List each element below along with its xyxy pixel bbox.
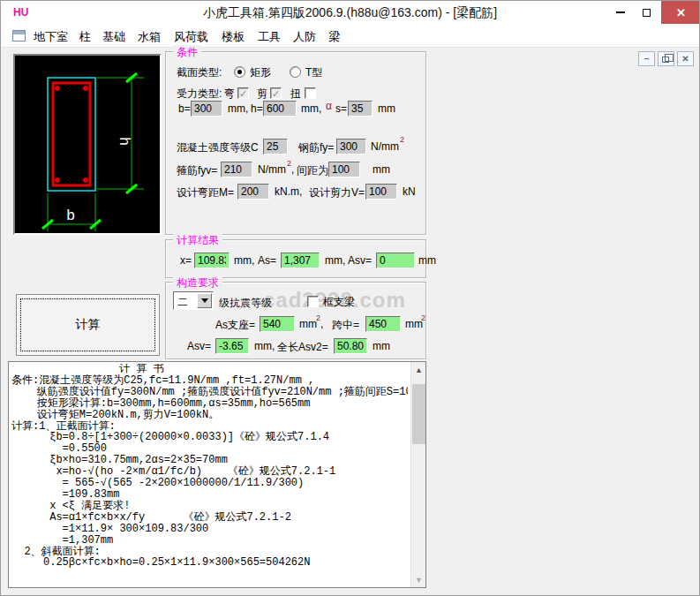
as-result[interactable]: [281, 253, 320, 268]
mdi-close-button[interactable]: ✕: [677, 51, 694, 66]
close-icon: ✕: [676, 7, 686, 19]
as-support-comma: ,: [320, 318, 323, 330]
torsion-checkbox[interactable]: [305, 87, 316, 99]
bend-label: 弯: [224, 87, 235, 102]
stirrup-fyv-label: 箍筋fyv=: [177, 163, 217, 178]
midspan-result[interactable]: [365, 316, 401, 332]
dropdown-arrow-icon[interactable]: [197, 293, 212, 308]
concrete-grade-label: 混凝土强度等级C: [177, 140, 259, 155]
midspan-label: 跨中=: [332, 318, 359, 333]
mdi-child-icon[interactable]: [12, 30, 26, 41]
x-unit: mm,: [234, 254, 254, 267]
radio-t-section[interactable]: [290, 66, 301, 78]
moment-input[interactable]: [237, 184, 269, 200]
menu-beam[interactable]: 梁: [328, 29, 340, 45]
menu-slab[interactable]: 楼板: [222, 29, 245, 45]
construction-group: cad2938.com 构造要求 二 级抗震等级 框支梁 As支座= mm 2 …: [165, 282, 426, 359]
as-label: As=: [258, 254, 276, 267]
calcbook-line: 按矩形梁计算:b=300mm,h=600mm,αs=35mm,ho=565mm: [11, 398, 408, 410]
menu-basement[interactable]: 地下室: [34, 29, 68, 45]
asv-min-unit: mm,: [254, 340, 275, 352]
seismic-grade-value: 二: [177, 295, 188, 310]
b-unit: mm,: [228, 102, 248, 115]
calcbook-title: 计 算 书: [11, 364, 408, 375]
bend-checkbox[interactable]: ✓: [237, 87, 249, 99]
calcbook-line: 纵筋强度设计值fy=300N/mm ;箍筋强度设计值fyv=210N/mm ;箍…: [11, 387, 408, 398]
asv-min-label: Asv=: [187, 340, 211, 352]
radio-rectangular-label[interactable]: 矩形: [250, 65, 271, 80]
shear-label: 剪: [257, 87, 267, 102]
shear-force-label: 设计剪力V=: [309, 185, 365, 200]
midspan-unit-sup: 2: [421, 313, 425, 322]
close-button[interactable]: ✕: [661, 1, 700, 24]
radio-t-section-label[interactable]: T型: [305, 65, 322, 80]
rebar-dot: [83, 86, 88, 91]
maximize-icon: [643, 9, 651, 17]
calculation-book[interactable]: 计 算 书 条件:混凝土强度等级为C25,fc=11.9N/mm ,ft=1.2…: [8, 361, 426, 588]
stirrup-fyv-unit: N/mm: [258, 163, 286, 176]
section-type-label: 截面类型:: [177, 65, 222, 80]
calcbook-line: =1×11.9× 300×109.83/300: [11, 524, 408, 535]
spacing-unit: mm: [373, 163, 390, 176]
beam-section-drawing: h b: [13, 54, 162, 235]
b-input[interactable]: [191, 101, 222, 117]
asv-min-result[interactable]: [215, 338, 249, 354]
menu-civildef[interactable]: 人防: [293, 29, 316, 45]
frame-beam-checkbox[interactable]: [307, 296, 319, 307]
title-bar: HU 小虎工具箱.第四版2006.9.(h88u@163.com) - [梁配筋…: [1, 1, 699, 24]
steel-fy-input[interactable]: [336, 139, 366, 155]
mdi-restore-button[interactable]: [658, 51, 674, 66]
menu-foundation[interactable]: 基础: [102, 29, 125, 45]
beam-section-svg: h b: [15, 56, 160, 233]
calcbook-line: =1,307mm: [11, 535, 408, 547]
concrete-grade-input[interactable]: [263, 139, 288, 155]
menu-windload[interactable]: 风荷载: [174, 29, 208, 45]
asv2-label: 全长Asv2=: [277, 340, 328, 355]
shear-force-input[interactable]: [365, 184, 397, 200]
mdi-minimize-button[interactable]: –: [638, 51, 655, 66]
menu-tools[interactable]: 工具: [258, 29, 281, 45]
results-group-title: 计算结果: [173, 233, 222, 248]
calculate-button[interactable]: 计算: [16, 294, 160, 356]
asv2-unit: mm: [373, 340, 390, 352]
scroll-up-icon[interactable]: ▲: [411, 362, 426, 377]
x-result[interactable]: [194, 253, 230, 268]
menu-bar: 地下室 柱 基础 水箱 风荷载 楼板 工具 人防 梁 – ✕: [1, 24, 699, 48]
minimize-button[interactable]: [608, 1, 633, 24]
menu-column[interactable]: 柱: [79, 29, 91, 45]
s-input[interactable]: [348, 101, 373, 117]
rebar-dot: [55, 86, 60, 91]
asv-unit: mm: [418, 254, 436, 267]
as-support-result[interactable]: [260, 316, 295, 332]
concrete-outline: [48, 78, 95, 191]
condition-group: 条件 截面类型: 矩形 T型 受力类型: 弯 ✓ 剪 ✓ 扭 b= mm, h=…: [165, 51, 426, 235]
mdi-minimize-icon: –: [644, 55, 650, 64]
maximize-button[interactable]: [633, 1, 659, 24]
stirrup-fyv-input[interactable]: [221, 162, 252, 177]
calcbook-line: =109.83mm: [11, 489, 408, 501]
rebar-dot: [55, 177, 60, 183]
scroll-down-icon[interactable]: ▼: [411, 572, 426, 587]
radio-rectangular[interactable]: [234, 66, 245, 78]
asv2-result[interactable]: [334, 338, 367, 354]
s-unit: mm: [378, 102, 395, 115]
scrollbar-thumb[interactable]: [412, 384, 425, 444]
frame-beam-label[interactable]: 框支梁: [323, 295, 355, 310]
spacing-label: 间距为: [297, 163, 328, 178]
midspan-unit: mm: [405, 318, 423, 330]
seismic-grade-dropdown[interactable]: 二: [173, 291, 214, 310]
vertical-scrollbar[interactable]: ▲ ▼: [410, 362, 425, 587]
x-label: x=: [180, 254, 192, 267]
shear-checkbox[interactable]: ✓: [270, 87, 282, 99]
spacing-input[interactable]: [328, 162, 360, 177]
stirrup-comma: ,: [291, 163, 294, 176]
focus-rectangle: [20, 298, 155, 351]
steel-fy-unit: N/mm: [371, 140, 399, 153]
h-label: h=: [251, 102, 263, 115]
h-input[interactable]: [263, 101, 297, 117]
window-title: 小虎工具箱.第四版2006.9.(h88u@163.com) - [梁配筋]: [1, 5, 699, 21]
asv-result[interactable]: [376, 253, 415, 268]
torsion-label: 扭: [290, 87, 301, 102]
menu-watertank[interactable]: 水箱: [138, 29, 161, 45]
construction-group-title: 构造要求: [173, 275, 222, 290]
